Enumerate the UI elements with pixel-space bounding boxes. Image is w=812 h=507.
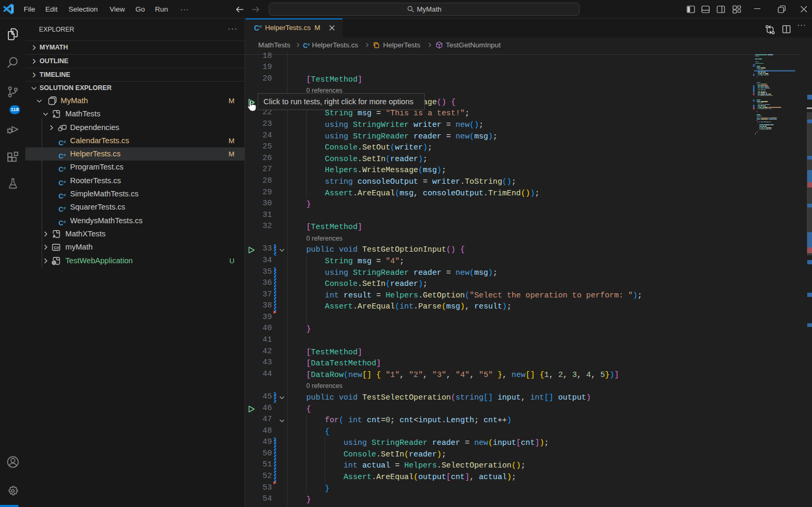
svg-text:C#: C# <box>54 245 60 250</box>
